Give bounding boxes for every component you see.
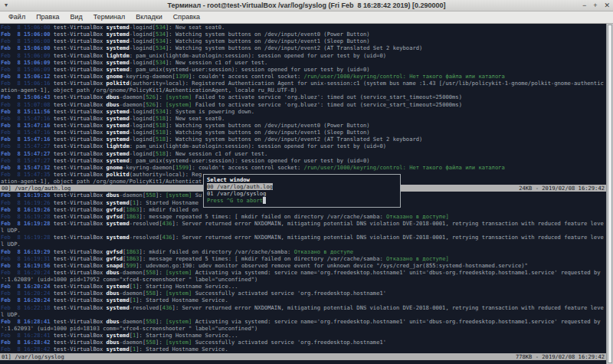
log-line: ation-agent-1], object path /org/gnome/P… [0, 87, 606, 93]
titlebar[interactable]: ▾ Терминал - root@test-VirtualBox /var/l… [0, 0, 613, 11]
log-line: Feb 8 16:19:31 test-VirtualBox gvfsd[186… [0, 255, 606, 262]
minimize-button[interactable]: − [582, 0, 586, 11]
log-line: Feb 8 16:20:24 test-VirtualBox dbus-daem… [0, 269, 606, 276]
log-line: Feb 8 15:47:16 test-VirtualBox systemd-l… [0, 136, 606, 143]
log-line: Feb 8 15:47:16 test-VirtualBox systemd-l… [0, 129, 606, 136]
select-window-popup: Select window 00 /var/log/auth.log 01 /v… [203, 174, 401, 208]
log-line: Feb 8 16:20:24 test-VirtualBox systemd[1… [0, 297, 606, 303]
text-cursor [263, 197, 266, 204]
log-line: Feb 8 15:06:43 test-VirtualBox dbus-daem… [0, 93, 606, 100]
menu-item-file[interactable]: Файл [3, 11, 31, 23]
log-window-0: Feb 8 15:06:00 test-VirtualBox systemd-l… [0, 24, 606, 192]
log-line: Feb 8 15:06:09 test-VirtualBox systemd: … [0, 66, 606, 73]
popup-item-syslog[interactable]: 01 /var/log/syslog [204, 190, 400, 197]
log-line: Feb 8 15:06:00 test-VirtualBox systemd-l… [0, 31, 606, 38]
log-line: ':1.62089' (uid=1000 pid=17952 comm="xfc… [0, 276, 606, 283]
menu-item-help[interactable]: Справка [168, 11, 205, 23]
log-line: Feb 8 16:19:29 test-VirtualBox gvfsd[186… [0, 248, 606, 255]
log-line: l UDP. [0, 311, 606, 318]
menu-item-edit[interactable]: Правка [31, 11, 64, 23]
log-line: Feb 8 15:06:00 test-VirtualBox systemd-l… [0, 44, 606, 51]
window-title: Терминал - root@test-VirtualBox /var/log… [0, 0, 613, 11]
scrollbar-thumb[interactable] [608, 25, 612, 363]
log-line: Feb 8 15:47:32 test-VirtualBox gnome-key… [0, 164, 606, 171]
menu-item-terminal[interactable]: Терминал [88, 11, 130, 23]
status-bar-1: 01] /var/log/syslog778KB - 2019/02/08 16… [0, 353, 606, 360]
log-line: Feb 8 15:06:00 test-VirtualBox systemd-l… [0, 24, 606, 31]
log-line: Feb 8 16:20:24 test-VirtualBox systemd[1… [0, 283, 606, 290]
menu-item-view[interactable]: Вид [65, 11, 88, 23]
log-line: Feb 8 15:06:16 test-VirtualBox polkitd(a… [0, 80, 606, 87]
menu-item-tabs[interactable]: Вкладки [130, 11, 168, 23]
log-line: Feb 8 15:06:09 test-VirtualBox lightdm: … [0, 52, 606, 59]
scrollbar[interactable] [606, 24, 613, 364]
popup-item-label: 01 /var/log/syslog [207, 190, 266, 197]
log-line: Feb 8 15:07:08 test-VirtualBox dbus-daem… [0, 101, 606, 108]
log-line: Feb 8 16:20:24 test-VirtualBox dbus-daem… [0, 290, 606, 297]
log-window-1: Feb 8 16:19:26 test-VirtualBox dbus-daem… [0, 192, 606, 359]
popup-hint: Press ^G to abort [204, 197, 400, 204]
log-line: Feb 8 15:11:56 test-VirtualBox systemd-l… [0, 108, 606, 115]
log-line: Feb 8 15:47:27 test-VirtualBox systemd: … [0, 157, 606, 164]
log-line: l UDP. [0, 241, 606, 248]
log-line: Feb 8 15:06:09 test-VirtualBox systemd-l… [0, 59, 606, 66]
maximize-button[interactable]: + [593, 0, 597, 11]
terminal[interactable]: Feb 8 15:06:00 test-VirtualBox systemd-l… [0, 24, 613, 364]
popup-hint-text: Press ^G to abort [207, 197, 263, 204]
popup-item-label: 00 /var/log/auth.log [207, 183, 273, 190]
log-line: Feb 8 16:19:28 test-VirtualBox systemd-r… [0, 234, 606, 241]
log-line: ':1.62093' (uid=1000 pid=18103 comm="xfc… [0, 325, 606, 332]
log-line: Feb 8 16:19:28 test-VirtualBox gvfsd[186… [0, 213, 606, 220]
log-line: Feb 8 16:28:42 test-VirtualBox systemd[1… [0, 346, 606, 353]
terminal-window: ▾ Терминал - root@test-VirtualBox /var/l… [0, 0, 613, 364]
log-line: Feb 8 16:28:41 test-VirtualBox systemd[1… [0, 332, 606, 339]
popup-title: Select window [204, 176, 400, 183]
log-line: Feb 8 15:47:16 test-VirtualBox systemd-l… [0, 115, 606, 122]
log-line: l UDP. [0, 227, 606, 234]
log-line: Feb 8 15:06:12 test-VirtualBox gnome-key… [0, 73, 606, 80]
log-line: Feb 8 16:28:41 test-VirtualBox dbus-daem… [0, 318, 606, 325]
log-line: Feb 8 15:47:27 test-VirtualBox systemd-l… [0, 150, 606, 157]
log-line: Feb 8 16:19:28 test-VirtualBox systemd-r… [0, 220, 606, 227]
log-line: Feb 8 16:28:42 test-VirtualBox dbus-daem… [0, 339, 606, 346]
log-line: Feb 8 15:06:00 test-VirtualBox systemd-l… [0, 38, 606, 44]
log-line: Feb 8 16:22:18 test-VirtualBox systemd-r… [0, 304, 606, 311]
log-line: Feb 8 16:19:56 test-VirtualBox snapd[599… [0, 262, 606, 269]
close-button[interactable]: ✕ [604, 0, 610, 11]
log-line: Feb 8 15:47:27 test-VirtualBox lightdm: … [0, 143, 606, 149]
menubar: Файл Правка Вид Терминал Вкладки Справка [0, 11, 613, 24]
log-line: Feb 8 15:47:16 test-VirtualBox systemd-l… [0, 122, 606, 129]
popup-item-auth-log[interactable]: 00 /var/log/auth.log [204, 183, 400, 190]
